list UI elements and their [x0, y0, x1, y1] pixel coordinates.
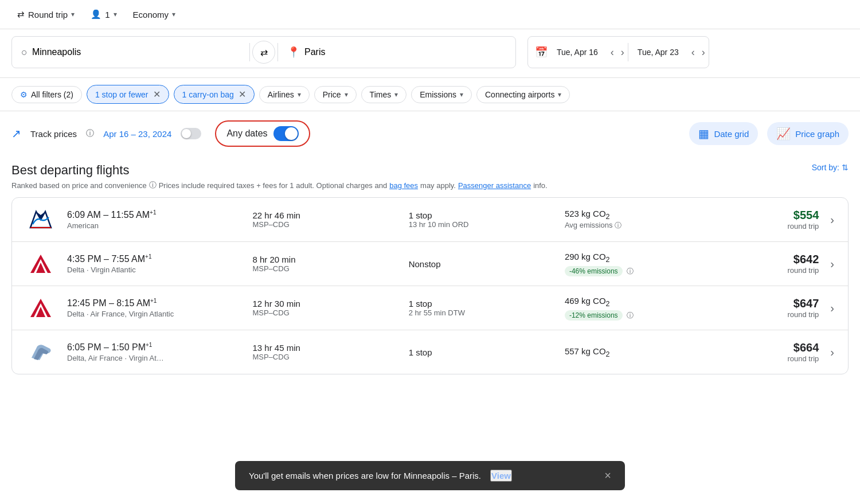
flight-time: 6:05 PM – 1:50 PM+1 — [67, 342, 243, 353]
stop-filter-close-icon[interactable]: ✕ — [153, 89, 161, 100]
date-grid-button[interactable]: ▦ Date grid — [689, 122, 758, 145]
origin-destination-group: ○ ⇄ 📍 — [11, 36, 516, 68]
cabin-label: Economy — [133, 10, 169, 19]
section-subtitle: Ranked based on price and convenience ⓘ … — [11, 180, 812, 190]
delta-airlines-logo-2 — [28, 295, 53, 321]
destination-input-container[interactable]: 📍 — [278, 37, 515, 68]
price-filter-chip[interactable]: Price ▾ — [314, 86, 357, 103]
price-amount: $664 — [750, 341, 819, 354]
bag-filter-label: 1 carry-on bag — [182, 90, 234, 99]
flight-airline: Delta, Air France · Virgin At… — [67, 354, 243, 362]
separator-2 — [0, 111, 860, 111]
price-label: round trip — [750, 354, 819, 363]
depart-date-input[interactable]: Tue, Apr 16 — [548, 37, 607, 68]
flight-row[interactable]: 6:05 PM – 1:50 PM+1 Delta, Air France · … — [12, 330, 848, 374]
airlines-chevron-icon: ▾ — [298, 91, 301, 99]
flight-row[interactable]: 4:35 PM – 7:55 AM+1 Delta · Virgin Atlan… — [12, 242, 848, 286]
origin-input-container[interactable]: ○ — [12, 37, 249, 68]
stops-detail: 13 hr 10 min ORD — [409, 220, 556, 229]
any-dates-knob — [285, 127, 298, 140]
emissions-badge-info-icon-2: ⓘ — [627, 311, 634, 319]
passengers-selector[interactable]: 👤 1 ▾ — [85, 6, 122, 23]
passengers-icon: 👤 — [91, 9, 101, 19]
expand-flight-button[interactable]: › — [828, 343, 836, 361]
expand-flight-button[interactable]: › — [828, 299, 836, 317]
emissions-badge-info-icon: ⓘ — [627, 267, 634, 275]
flight-time: 4:35 PM – 7:55 AM+1 — [67, 253, 243, 264]
track-prices-icon: ↗ — [11, 127, 21, 140]
expand-flight-button[interactable]: › — [828, 255, 836, 273]
filter-adjust-icon: ⚙ — [20, 90, 28, 99]
toast-message: You'll get emails when prices are low fo… — [249, 471, 481, 480]
swap-icon: ⇄ — [17, 9, 25, 19]
date-group: 📅 Tue, Apr 16 ‹ › Tue, Apr 23 ‹ › — [527, 36, 709, 68]
track-toggle[interactable] — [181, 128, 201, 139]
any-dates-label: Any dates — [226, 128, 267, 139]
price-chevron-icon: ▾ — [345, 91, 348, 99]
section-header-left: Best departing flights Ranked based on p… — [11, 163, 812, 190]
depart-date-label: Tue, Apr 16 — [557, 48, 598, 57]
origin-icon: ○ — [21, 46, 28, 58]
stops-label: Nonstop — [409, 259, 556, 269]
price-graph-button[interactable]: 📈 Price graph — [767, 122, 849, 145]
flight-stops: 1 stop — [409, 347, 556, 357]
airlines-filter-chip[interactable]: Airlines ▾ — [259, 86, 310, 103]
flight-price: $647 round trip — [750, 297, 819, 319]
bag-fees-link[interactable]: bag fees — [389, 181, 418, 190]
duration-time: 13 hr 45 min — [252, 343, 399, 353]
depart-prev-button[interactable]: ‹ — [607, 46, 617, 58]
flight-results-container: 6:09 AM – 11:55 AM+1 American 22 hr 46 m… — [11, 197, 849, 374]
connecting-airports-filter-chip[interactable]: Connecting airports ▾ — [476, 86, 570, 103]
bag-filter-chip[interactable]: 1 carry-on bag ✕ — [174, 85, 255, 104]
flight-airline: American — [67, 221, 243, 230]
flight-emissions: 523 kg CO2 Avg emissions ⓘ — [565, 209, 741, 230]
emissions-value: 290 kg CO2 — [565, 252, 741, 264]
flight-airline: Delta · Virgin Atlantic — [67, 265, 243, 274]
price-label: round trip — [750, 266, 819, 275]
stops-label: 1 stop — [409, 210, 556, 220]
emissions-filter-chip[interactable]: Emissions ▾ — [411, 86, 472, 103]
depart-next-button[interactable]: › — [617, 46, 628, 58]
airline-logo — [24, 251, 58, 276]
toast-view-button[interactable]: View — [490, 470, 512, 482]
flight-duration: 22 hr 46 min MSP–CDG — [252, 210, 399, 229]
return-prev-button[interactable]: ‹ — [688, 46, 698, 58]
flight-row[interactable]: 12:45 PM – 8:15 AM+1 Delta · Air France,… — [12, 286, 848, 330]
date-grid-label: Date grid — [714, 129, 749, 139]
passenger-assistance-link[interactable]: Passenger assistance — [458, 181, 531, 190]
price-graph-icon: 📈 — [776, 127, 791, 140]
airline-logo — [24, 295, 58, 321]
return-date-label: Tue, Apr 23 — [638, 48, 679, 57]
input-divider — [249, 43, 250, 61]
info-end-text: info. — [533, 181, 548, 190]
times-filter-chip[interactable]: Times ▾ — [361, 86, 407, 103]
flight-duration: 13 hr 45 min MSP–CDG — [252, 343, 399, 361]
sort-by-button[interactable]: Sort by: ⇅ — [812, 163, 849, 172]
stops-label: 1 stop — [409, 299, 556, 308]
bag-filter-close-icon[interactable]: ✕ — [239, 89, 246, 100]
track-date-range: Apr 16 – 23, 2024 — [103, 129, 171, 139]
destination-input[interactable] — [304, 47, 506, 57]
return-next-button[interactable]: › — [698, 46, 709, 58]
separator-1 — [0, 77, 860, 78]
stop-filter-chip[interactable]: 1 stop or fewer ✕ — [87, 85, 169, 104]
price-label: round trip — [750, 222, 819, 230]
sort-icon: ⇅ — [842, 163, 849, 172]
trip-type-selector[interactable]: ⇄ Round trip ▾ — [11, 6, 80, 23]
flight-time: 6:09 AM – 11:55 AM+1 — [67, 209, 243, 220]
cabin-selector[interactable]: Economy ▾ — [127, 6, 182, 23]
all-filters-label: All filters (2) — [31, 90, 73, 99]
swap-button[interactable]: ⇄ — [252, 41, 275, 64]
toast-close-button[interactable]: × — [604, 469, 611, 482]
all-filters-chip[interactable]: ⚙ All filters (2) — [11, 86, 82, 103]
track-info-icon[interactable]: ⓘ — [86, 128, 94, 139]
flight-emissions: 557 kg CO2 — [565, 346, 741, 358]
expand-flight-button[interactable]: › — [828, 211, 836, 229]
flight-row[interactable]: 6:09 AM – 11:55 AM+1 American 22 hr 46 m… — [12, 198, 848, 242]
origin-input[interactable] — [32, 47, 240, 57]
duration-route: MSP–CDG — [252, 264, 399, 273]
any-dates-toggle[interactable] — [273, 126, 299, 141]
date-grid-icon: ▦ — [698, 127, 709, 140]
any-dates-box[interactable]: Any dates — [215, 120, 310, 147]
return-date-input[interactable]: Tue, Apr 23 — [628, 37, 688, 68]
